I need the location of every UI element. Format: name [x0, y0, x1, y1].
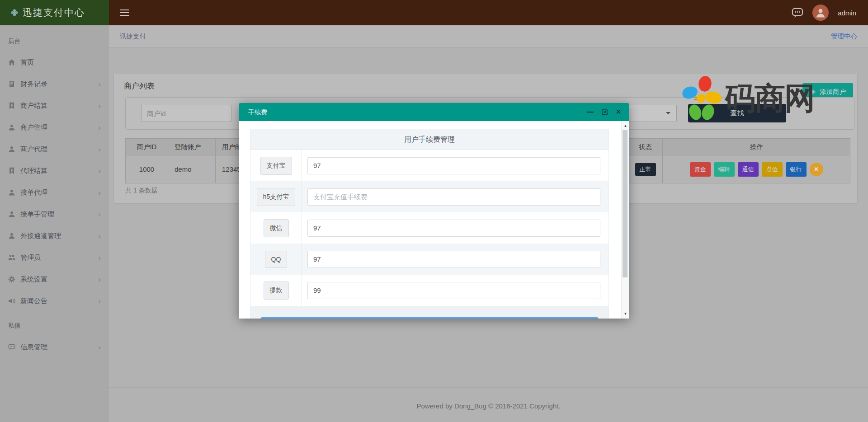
status-cell: 正常: [628, 155, 663, 183]
merchant-id-search-input[interactable]: [141, 105, 231, 122]
sidebar-section-admin: 后台: [0, 32, 109, 52]
chevron-right-icon: ›: [98, 211, 101, 218]
actions-cell: 资金 编辑 通信 点位 银行 ✕: [663, 155, 850, 183]
withdraw-label-button[interactable]: 提款: [264, 281, 289, 300]
brand-pinwheel-icon: [11, 9, 18, 16]
breadcrumb-bar: 讯捷支付 管理中心: [109, 25, 868, 47]
bank-button[interactable]: 银行: [786, 162, 807, 177]
modal-header[interactable]: 手续费 ✕: [239, 103, 629, 121]
fee-row-withdraw: 提款: [250, 275, 609, 306]
chevron-right-icon: ›: [98, 276, 101, 283]
user-icon: [8, 211, 15, 218]
navbar-right-section: admin: [109, 0, 868, 25]
user-icon: [8, 145, 15, 153]
home-icon: [8, 59, 15, 66]
fee-row-alipay: 支付宝: [250, 150, 609, 181]
h5-alipay-fee-input[interactable]: [307, 188, 600, 206]
sidebar-item-order-taker-management[interactable]: 接单手管理›: [0, 203, 109, 225]
user-icon: [8, 189, 15, 196]
sidebar: 后台 首页 财务记录› 商户结算› 商户管理› 商户代理› 代理结算› 接单代理…: [0, 25, 109, 422]
sidebar-item-message-management[interactable]: 信息管理›: [0, 336, 109, 358]
wechat-label-button[interactable]: 微信: [264, 219, 289, 237]
fee-row-wechat: 微信: [250, 212, 609, 244]
points-button[interactable]: 点位: [762, 162, 783, 177]
sidebar-item-merchant-settlement[interactable]: 商户结算›: [0, 95, 109, 117]
search-button[interactable]: 查找: [688, 104, 786, 122]
gear-icon: [8, 276, 15, 283]
user-icon: [8, 124, 15, 131]
communication-button[interactable]: 通信: [738, 162, 759, 177]
breadcrumb[interactable]: 讯捷支付: [120, 32, 146, 41]
chevron-right-icon: ›: [98, 232, 101, 240]
page-title: 商户列表: [124, 81, 155, 91]
sidebar-item-merchant-management[interactable]: 商户管理›: [0, 117, 109, 138]
footer: Powered by Dong_Bug © 2016-2021 Copyrigh…: [109, 387, 868, 410]
user-icon: [8, 232, 15, 239]
brand-title: 迅捷支付中心: [23, 6, 85, 19]
scrollbar-thumb[interactable]: [623, 130, 627, 277]
users-icon: [8, 254, 15, 261]
messages-icon[interactable]: [792, 7, 803, 19]
sidebar-item-news-announcements[interactable]: 新闻公告›: [0, 290, 109, 312]
chevron-right-icon: ›: [98, 80, 101, 88]
modal-body: 用户手续费管理 支付宝 h5支付宝 微信 QQ 提款: [239, 121, 629, 319]
chevron-right-icon: ›: [98, 145, 101, 153]
chevron-right-icon: ›: [98, 102, 101, 110]
sidebar-item-system-settings[interactable]: 系统设置›: [0, 268, 109, 290]
wechat-fee-input[interactable]: [307, 220, 600, 237]
document-icon: [8, 80, 15, 88]
sidebar-item-external-channel-management[interactable]: 外接通道管理›: [0, 225, 109, 247]
person-icon: [815, 7, 826, 18]
maximize-icon[interactable]: [601, 109, 608, 116]
scroll-up-icon[interactable]: ▲: [622, 122, 629, 130]
record-count: 共 1 条数据: [125, 187, 158, 195]
plus-icon: [810, 89, 816, 95]
sidebar-item-agent-settlement[interactable]: 代理结算›: [0, 160, 109, 182]
sidebar-item-home[interactable]: 首页: [0, 52, 109, 73]
sidebar-item-finance-records[interactable]: 财务记录›: [0, 73, 109, 95]
delete-button[interactable]: ✕: [810, 163, 823, 176]
scroll-down-icon[interactable]: ▼: [622, 310, 629, 318]
sidebar-item-merchant-agent[interactable]: 商户代理›: [0, 138, 109, 160]
status-badge: 正常: [635, 163, 656, 176]
fee-form-footer: [250, 306, 609, 319]
chevron-right-icon: ›: [98, 254, 101, 262]
fee-row-h5-alipay: h5支付宝: [250, 181, 609, 212]
modal-scrollbar[interactable]: ▲ ▼: [621, 121, 629, 319]
merchant-id-cell: 1000: [126, 155, 168, 183]
top-navbar: 迅捷支付中心 admin: [0, 0, 868, 25]
withdraw-fee-input[interactable]: [307, 282, 600, 299]
h5-alipay-label-button[interactable]: h5支付宝: [257, 188, 296, 206]
yen-ticket-icon: [8, 167, 15, 174]
hamburger-menu-icon[interactable]: [120, 8, 129, 18]
chevron-right-icon: ›: [98, 343, 101, 351]
minimize-icon[interactable]: [587, 112, 594, 113]
chat-icon: [8, 343, 15, 351]
username[interactable]: admin: [838, 9, 856, 17]
close-icon[interactable]: ✕: [616, 108, 622, 116]
sidebar-item-order-agent[interactable]: 接单代理›: [0, 182, 109, 203]
qq-label-button[interactable]: QQ: [265, 251, 288, 268]
qq-fee-input[interactable]: [307, 251, 600, 268]
funds-button[interactable]: 资金: [690, 162, 711, 177]
avatar[interactable]: [812, 5, 829, 21]
yen-ticket-icon: [8, 102, 15, 109]
horn-icon: [8, 297, 15, 305]
edit-button[interactable]: 编辑: [714, 162, 735, 177]
modal-title: 手续费: [239, 103, 629, 121]
fee-form: 用户手续费管理 支付宝 h5支付宝 微信 QQ 提款: [250, 129, 609, 319]
sidebar-section-private-message: 私信: [0, 316, 109, 336]
alipay-label-button[interactable]: 支付宝: [260, 157, 292, 175]
chevron-right-icon: ›: [98, 297, 101, 305]
fee-row-qq: QQ: [250, 244, 609, 275]
sidebar-item-administrators[interactable]: 管理员›: [0, 247, 109, 268]
brand[interactable]: 迅捷支付中心: [0, 0, 109, 25]
alipay-fee-input[interactable]: [307, 157, 600, 174]
submit-button[interactable]: [260, 317, 599, 319]
fee-form-title: 用户手续费管理: [250, 129, 609, 150]
chevron-right-icon: ›: [98, 189, 101, 197]
chevron-right-icon: ›: [98, 167, 101, 175]
manage-center-link[interactable]: 管理中心: [831, 32, 857, 41]
chevron-right-icon: ›: [98, 124, 101, 131]
account-cell: demo: [168, 155, 216, 183]
